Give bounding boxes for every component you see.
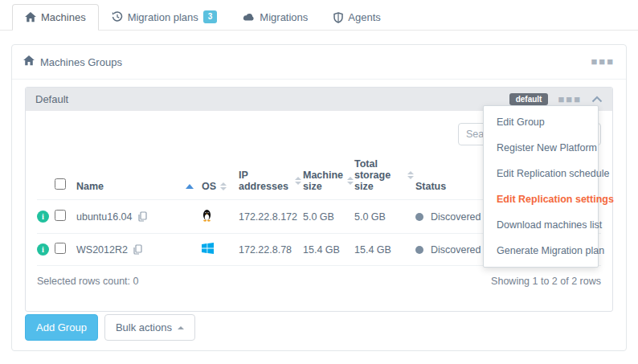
caret-up-icon	[178, 326, 184, 329]
windows-os-icon	[202, 245, 214, 256]
group-name: Default	[35, 93, 68, 105]
home-icon	[25, 12, 36, 22]
copy-icon[interactable]	[138, 211, 147, 222]
shield-icon	[333, 12, 343, 23]
ip-address: 172.22.8.78	[239, 244, 292, 256]
menu-item-edit-replication-schedule[interactable]: Edit Replication schedule	[484, 161, 598, 186]
machine-size: 15.4 GB	[303, 244, 340, 256]
group-type-badge: default	[509, 93, 549, 105]
selected-rows-count: Selected rows count: 0	[37, 276, 138, 287]
home-icon	[23, 55, 35, 68]
history-icon	[112, 11, 123, 22]
col-label-machine-size: Machine size	[303, 170, 343, 192]
col-label-total-storage: Total storage size	[354, 158, 403, 192]
machine-name: WS2012R2	[76, 244, 128, 256]
col-label-ip: IP addresses	[239, 170, 291, 192]
machine-name: ubuntu16.04	[76, 211, 133, 223]
panel-title: Machines Groups	[23, 55, 122, 68]
col-label-name: Name	[76, 181, 104, 192]
table-footer: Selected rows count: 0 Showing 1 to 2 of…	[26, 266, 612, 297]
migration-plans-count-badge: 3	[203, 10, 218, 23]
chevron-up-icon[interactable]	[591, 96, 603, 103]
col-label-os: OS	[202, 181, 216, 192]
sort-asc-icon[interactable]	[186, 184, 194, 189]
linux-os-icon	[202, 213, 212, 224]
info-icon[interactable]: i	[37, 243, 49, 256]
status-label: Discovered	[431, 244, 481, 256]
tab-label: Agents	[348, 11, 380, 23]
tab-label: Migration plans	[128, 11, 198, 23]
cloud-icon	[243, 13, 255, 22]
tab-label: Machines	[41, 11, 86, 23]
row-checkbox[interactable]	[55, 243, 66, 254]
select-all-checkbox[interactable]	[55, 178, 66, 190]
info-icon[interactable]: i	[37, 211, 49, 223]
status-dot	[415, 246, 423, 254]
info-column-header	[37, 153, 55, 200]
main-tab-bar: Machines Migration plans 3 Migrations Ag…	[0, 0, 638, 31]
col-header-machine-size: Machine size	[303, 153, 354, 200]
select-all-header	[55, 153, 76, 200]
bottom-actions: Add Group Bulk actions	[25, 314, 195, 341]
copy-icon[interactable]	[133, 244, 142, 255]
panel-menu-ellipsis-icon[interactable]: ■■■	[591, 59, 615, 65]
tab-machines[interactable]: Machines	[12, 4, 99, 31]
total-storage-size: 5.0 GB	[354, 211, 386, 223]
status-label: Discovered	[431, 211, 481, 223]
menu-item-edit-group[interactable]: Edit Group	[484, 109, 598, 135]
col-header-name: Name	[76, 153, 202, 200]
page: Machines Migration plans 3 Migrations Ag…	[0, 0, 638, 364]
col-header-total-storage: Total storage size	[354, 153, 415, 200]
tab-migration-plans[interactable]: Migration plans 3	[99, 3, 231, 31]
sort-icon[interactable]	[407, 171, 414, 179]
panel-header: Machines Groups ■■■	[12, 45, 626, 80]
group-menu-ellipsis-icon[interactable]: ■■■	[558, 96, 582, 103]
menu-item-edit-replication-settings[interactable]: Edit Replication settings	[484, 186, 598, 212]
menu-item-download-machines-list[interactable]: Download machines list	[484, 212, 598, 238]
add-group-button[interactable]: Add Group	[25, 314, 98, 341]
sort-icon[interactable]	[220, 182, 227, 190]
menu-item-generate-migration-plan[interactable]: Generate Migration plan	[484, 238, 598, 264]
col-label-status: Status	[415, 181, 446, 192]
total-storage-size: 15.4 GB	[354, 244, 391, 256]
sort-icon[interactable]	[295, 177, 301, 185]
menu-item-register-new-platform[interactable]: Register New Platform	[484, 135, 598, 161]
ip-address: 172.22.8.172	[239, 211, 297, 223]
tab-agents[interactable]: Agents	[321, 4, 393, 31]
status-dot	[415, 213, 423, 221]
col-header-os: OS	[202, 153, 239, 200]
showing-rows-label: Showing 1 to 2 of 2 rows	[491, 276, 601, 287]
bulk-actions-label: Bulk actions	[116, 321, 172, 333]
tab-label: Migrations	[260, 11, 308, 23]
bulk-actions-button[interactable]: Bulk actions	[104, 314, 195, 341]
col-header-ip: IP addresses	[239, 153, 303, 200]
row-checkbox[interactable]	[55, 210, 66, 221]
panel-title-text: Machines Groups	[40, 56, 122, 68]
machine-size: 5.0 GB	[303, 211, 334, 223]
group-context-menu: Edit Group Register New Platform Edit Re…	[483, 105, 599, 268]
sort-icon[interactable]	[347, 177, 354, 185]
tab-migrations[interactable]: Migrations	[230, 4, 321, 31]
